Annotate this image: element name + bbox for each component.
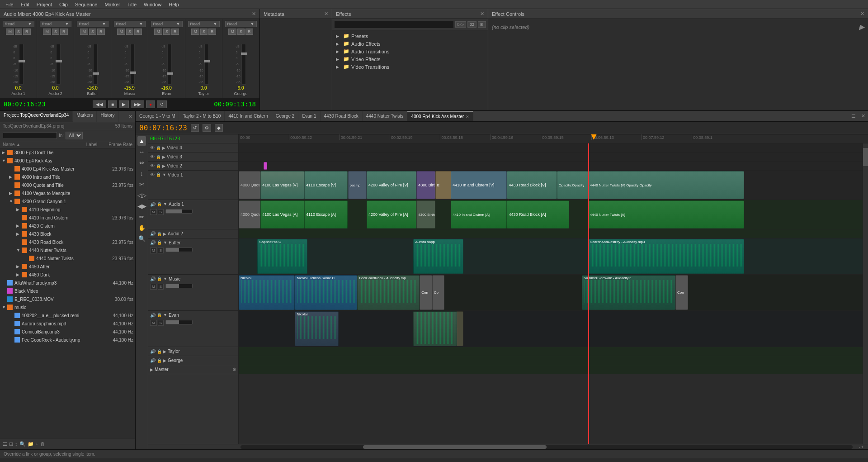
list-item[interactable]: ▶ 4440 Nutter Twists 23.976 fps [0,254,135,262]
track-row-george[interactable] [239,356,863,365]
evan-clip-waveform[interactable] [413,311,457,346]
list-item[interactable]: ▶ 3000 Ep3 Don't Die [0,148,135,157]
channel7-fader-handle[interactable] [241,52,247,55]
channel6-r-btn[interactable]: R [208,29,216,35]
audio1-clip-4300[interactable]: 4300 Birth [416,200,435,229]
footer-new-bin-icon[interactable]: 📁 [28,441,34,447]
menu-help[interactable]: Help [165,2,183,7]
buffer-clip-sappheiros[interactable]: Sappheiros C [257,239,307,274]
buffer-meta-btn1[interactable]: M [150,248,157,253]
tl-btn-loop[interactable]: ↺ [191,124,199,132]
music-clip-summer[interactable]: SummerSidewalk - Audacity.r [582,275,675,310]
project-tab-markers[interactable]: Markers [73,111,97,122]
timeline-scroll-track[interactable] [241,445,853,449]
video1-clip-4100[interactable]: 4100 Las Vegas [V] [260,171,304,199]
track-lock-audio1[interactable]: 🔒 [157,202,162,207]
audio1-clip-4410[interactable]: 4410 In and Cistern [A] [451,200,507,229]
list-item[interactable]: ▶ 4460 Dark [0,271,135,279]
footer-trash-icon[interactable]: 🗑 [40,441,45,447]
project-tab-history[interactable]: History [97,111,118,122]
audio1-meta-btn2[interactable]: S [158,209,164,215]
track-row-evan[interactable]: Nicolai C All Co [239,311,863,347]
list-item[interactable]: ▶ 4100 Vegas to Mesquite [0,189,135,197]
music-clip-nicolai[interactable]: Nicolai [239,275,295,310]
channel7-fader[interactable] [241,44,246,85]
track-row-audio1[interactable]: 4000 Quote [ 4100 Las Vegas [A] 4110 Esc… [239,200,863,229]
timeline-tab-evan1[interactable]: Evan 1 [298,111,320,121]
scroll-plus-btn[interactable]: + [861,445,863,449]
footer-icon3[interactable]: ↕ [15,441,18,447]
menu-clip[interactable]: Clip [56,2,71,7]
channel1-s-btn[interactable]: S [15,29,22,35]
channel7-s-btn[interactable]: S [237,29,245,35]
timeline-panel-menu[interactable]: ☰ [849,113,859,119]
timeline-scroll-thumb[interactable] [863,148,868,166]
track-row-video4[interactable] [239,143,863,152]
timeline-tab-george1[interactable]: George 1 - V to M [136,111,179,121]
timeline-scroll-thumb-h[interactable] [363,445,547,449]
footer-icon2[interactable]: ⊞ [9,441,13,447]
channel5-r-btn[interactable]: R [171,29,179,35]
music-clip-con1[interactable]: Con [420,275,432,310]
list-item[interactable]: ▶ 4000 Intro and Title [0,173,135,181]
track-row-audio2[interactable] [239,229,863,238]
track-eye-video3[interactable]: 👁 [150,154,155,159]
channel3-r-btn[interactable]: R [97,29,105,35]
audio-mixer-close[interactable]: ✕ [252,11,256,17]
tool-rate[interactable]: ↕ [139,169,145,178]
track-lock-evan[interactable]: 🔒 [157,313,162,318]
effects-btn3[interactable]: ⊞ [478,21,486,28]
music-clip-con2[interactable]: Co [432,275,445,310]
list-item[interactable]: ▶ AllaWhatParody.mp3 44,100 Hz [0,279,135,287]
video1-clip-4410[interactable]: 4410 In and Cistern [V] [451,171,507,199]
channel4-r-btn[interactable]: R [134,29,142,35]
tl-btn-marker[interactable]: ◆ [215,124,223,132]
menu-edit[interactable]: Edit [17,2,33,7]
track-expand-video2[interactable]: ▶ [162,164,165,168]
effect-controls-close[interactable]: ✕ [860,11,864,17]
list-item[interactable]: ▶ 4410 In and Cistern 23.976 fps [0,214,135,222]
project-panel-close[interactable]: ✕ [126,111,135,122]
tl-btn-settings[interactable]: ⚙ [203,124,211,132]
list-item[interactable]: ▶ FeelGoodRock - Audacity.mp 44,100 Hz [0,336,135,344]
music-volume-slider[interactable] [165,284,193,288]
effects-btn1[interactable]: ▷▷ [455,21,466,28]
track-row-video3[interactable] [239,152,863,162]
video1-clip-4300[interactable]: 4300 Birth [416,171,435,199]
channel2-r-btn[interactable]: R [60,29,68,35]
tool-razor[interactable]: ✂ [138,180,146,189]
track-expand-evan[interactable]: ▼ [163,313,167,318]
evan-volume-slider[interactable] [165,320,193,324]
list-item[interactable]: ▶ Black Video [0,287,135,295]
channel5-fader[interactable] [167,44,172,85]
effects-btn2[interactable]: 32 [467,21,476,28]
track-eye-music[interactable]: 🔊 [150,276,156,281]
menu-title[interactable]: Title [124,2,140,7]
list-item[interactable]: ▶ ComicalBanjo.mp3 44,100 Hz [0,328,135,336]
audio1-clip-4000[interactable]: 4000 Quote [ [239,200,260,229]
footer-new-item-icon[interactable]: + [36,441,38,447]
video1-clip-4430[interactable]: 4430 Road Block [V] [507,171,557,199]
track-eye-george[interactable]: 🔊 [150,358,156,363]
audio1-volume-slider[interactable] [165,209,193,214]
track-row-taylor[interactable] [239,347,863,356]
timeline-panel-close[interactable]: ✕ [859,113,868,119]
channel1-fader-handle[interactable] [19,60,25,62]
effects-item-audio-transitions[interactable]: ▶ 📁 Audio Transitions [334,48,486,55]
track-lock-video1[interactable]: 🔒 [156,172,161,177]
channel5-m-btn[interactable]: M [154,29,162,35]
menu-window[interactable]: Window [140,2,165,7]
track-lock-music[interactable]: 🔒 [157,276,162,281]
track-row-master[interactable] [239,365,863,374]
track-expand-taylor[interactable]: ▶ [163,349,166,354]
track-eye-taylor[interactable]: 🔊 [150,349,156,354]
effects-item-video-transitions[interactable]: ▶ 📁 Video Transitions [334,63,486,71]
track-eye-audio1[interactable]: 🔊 [150,202,156,207]
channel3-fader[interactable] [93,44,98,85]
track-lock-taylor[interactable]: 🔒 [157,349,162,354]
metadata-close[interactable]: ✕ [324,11,328,17]
video1-clip-4440[interactable]: 4440 Nutter Twists [V] Opacity:Opacity [588,171,744,199]
track-lock-audio2[interactable]: 🔒 [157,232,162,236]
tool-ripple[interactable]: ↔ [137,147,146,157]
channel4-read[interactable]: Read▼ [114,21,146,27]
